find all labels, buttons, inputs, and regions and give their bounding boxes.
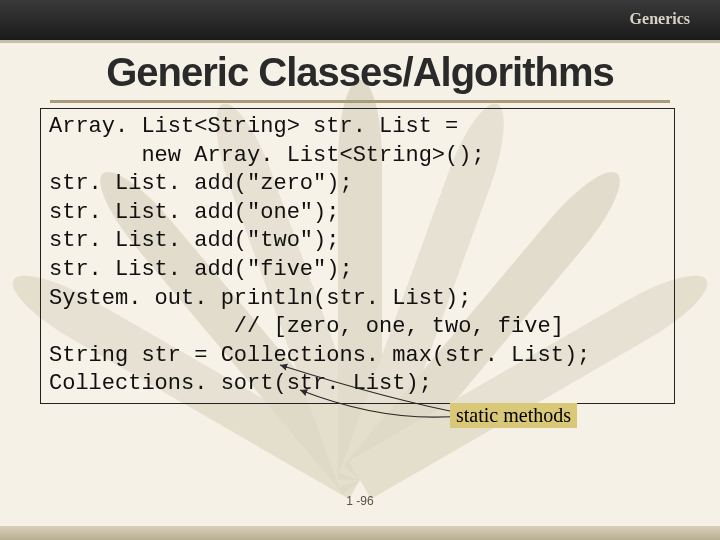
code-line: // [zero, one, two, five] [49,313,666,342]
section-label: Generics [630,10,690,28]
title-top-rule [0,40,720,43]
slide-number: 1 -96 [346,494,373,508]
code-block: Array. List<String> str. List = new Arra… [40,108,675,404]
callout-label: static methods [450,403,577,428]
code-line: String str = Collections. max(str. List)… [49,342,666,371]
code-line: Collections. sort(str. List); [49,370,666,399]
code-line: Array. List<String> str. List = [49,113,666,142]
code-line: new Array. List<String>(); [49,142,666,171]
code-line: str. List. add("one"); [49,199,666,228]
slide-title: Generic Classes/Algorithms [0,50,720,95]
code-line: str. List. add("zero"); [49,170,666,199]
code-line: str. List. add("two"); [49,227,666,256]
bottom-band [0,526,720,540]
top-band [0,0,720,40]
code-line: System. out. println(str. List); [49,285,666,314]
code-line: str. List. add("five"); [49,256,666,285]
title-underline [50,100,670,103]
